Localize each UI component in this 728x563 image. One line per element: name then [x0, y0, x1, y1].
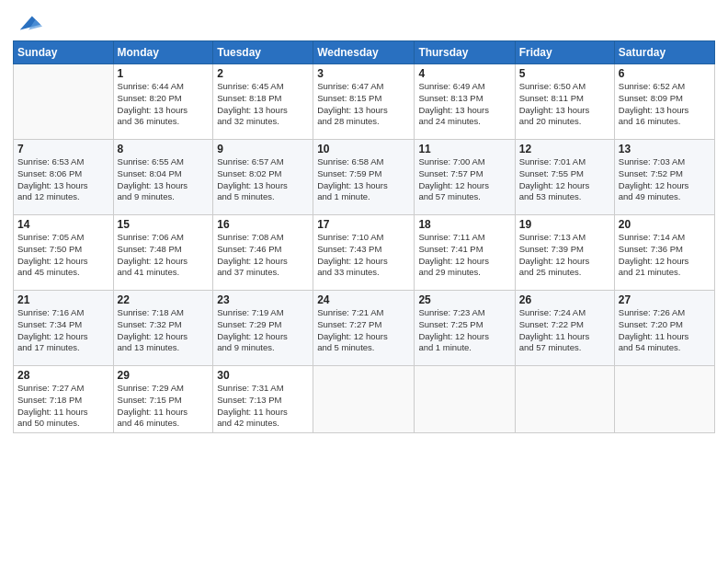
calendar-cell: 2Sunrise: 6:45 AM Sunset: 8:18 PM Daylig…	[213, 64, 313, 140]
weekday-header-saturday: Saturday	[614, 41, 714, 64]
calendar-week-row: 28Sunrise: 7:27 AM Sunset: 7:18 PM Dayli…	[14, 366, 715, 433]
day-info: Sunrise: 7:11 AM Sunset: 7:41 PM Dayligh…	[418, 232, 510, 279]
calendar-cell: 18Sunrise: 7:11 AM Sunset: 7:41 PM Dayli…	[415, 215, 515, 291]
calendar-cell: 23Sunrise: 7:19 AM Sunset: 7:29 PM Dayli…	[213, 291, 313, 366]
calendar-week-row: 21Sunrise: 7:16 AM Sunset: 7:34 PM Dayli…	[14, 291, 715, 366]
day-info: Sunrise: 7:08 AM Sunset: 7:46 PM Dayligh…	[217, 232, 309, 279]
logo-icon	[17, 9, 42, 35]
day-number: 28	[17, 369, 109, 382]
day-info: Sunrise: 7:06 AM Sunset: 7:48 PM Dayligh…	[118, 232, 210, 279]
calendar-cell: 21Sunrise: 7:16 AM Sunset: 7:34 PM Dayli…	[14, 291, 114, 366]
day-info: Sunrise: 7:24 AM Sunset: 7:22 PM Dayligh…	[519, 307, 610, 354]
day-number: 19	[519, 218, 610, 231]
calendar-cell: 3Sunrise: 6:47 AM Sunset: 8:15 PM Daylig…	[313, 64, 415, 140]
calendar-cell: 7Sunrise: 6:53 AM Sunset: 8:06 PM Daylig…	[14, 140, 114, 215]
day-info: Sunrise: 6:58 AM Sunset: 7:59 PM Dayligh…	[317, 156, 410, 203]
day-info: Sunrise: 7:23 AM Sunset: 7:25 PM Dayligh…	[418, 307, 510, 354]
weekday-header-tuesday: Tuesday	[213, 41, 313, 64]
day-info: Sunrise: 7:26 AM Sunset: 7:20 PM Dayligh…	[619, 307, 711, 354]
day-info: Sunrise: 7:13 AM Sunset: 7:39 PM Dayligh…	[519, 232, 610, 279]
day-info: Sunrise: 7:00 AM Sunset: 7:57 PM Dayligh…	[418, 156, 510, 203]
day-number: 15	[118, 218, 210, 231]
calendar-cell: 13Sunrise: 7:03 AM Sunset: 7:52 PM Dayli…	[614, 140, 714, 215]
day-info: Sunrise: 6:45 AM Sunset: 8:18 PM Dayligh…	[217, 81, 309, 128]
day-info: Sunrise: 7:27 AM Sunset: 7:18 PM Dayligh…	[17, 383, 109, 430]
day-number: 7	[17, 143, 109, 155]
day-number: 23	[217, 293, 309, 306]
day-number: 13	[619, 143, 711, 155]
calendar-week-row: 7Sunrise: 6:53 AM Sunset: 8:06 PM Daylig…	[14, 140, 715, 215]
day-info: Sunrise: 7:29 AM Sunset: 7:15 PM Dayligh…	[118, 383, 210, 430]
calendar-cell: 12Sunrise: 7:01 AM Sunset: 7:55 PM Dayli…	[515, 140, 614, 215]
day-number: 16	[217, 218, 309, 231]
calendar-cell: 24Sunrise: 7:21 AM Sunset: 7:27 PM Dayli…	[313, 291, 415, 366]
day-info: Sunrise: 6:44 AM Sunset: 8:20 PM Dayligh…	[118, 81, 210, 128]
day-number: 11	[418, 143, 510, 155]
calendar-cell: 17Sunrise: 7:10 AM Sunset: 7:43 PM Dayli…	[313, 215, 415, 291]
day-info: Sunrise: 7:31 AM Sunset: 7:13 PM Dayligh…	[217, 383, 309, 430]
day-number: 17	[317, 218, 410, 231]
day-number: 6	[619, 67, 711, 80]
calendar-cell: 16Sunrise: 7:08 AM Sunset: 7:46 PM Dayli…	[213, 215, 313, 291]
calendar-cell: 19Sunrise: 7:13 AM Sunset: 7:39 PM Dayli…	[515, 215, 614, 291]
day-number: 2	[217, 67, 309, 80]
calendar-week-row: 1Sunrise: 6:44 AM Sunset: 8:20 PM Daylig…	[14, 64, 715, 140]
calendar-cell: 22Sunrise: 7:18 AM Sunset: 7:32 PM Dayli…	[113, 291, 213, 366]
day-info: Sunrise: 7:14 AM Sunset: 7:36 PM Dayligh…	[619, 232, 711, 279]
weekday-header-sunday: Sunday	[14, 41, 114, 64]
calendar-cell: 5Sunrise: 6:50 AM Sunset: 8:11 PM Daylig…	[515, 64, 614, 140]
day-number: 26	[519, 293, 610, 306]
day-info: Sunrise: 6:49 AM Sunset: 8:13 PM Dayligh…	[418, 81, 510, 128]
calendar-cell: 11Sunrise: 7:00 AM Sunset: 7:57 PM Dayli…	[415, 140, 515, 215]
day-info: Sunrise: 7:05 AM Sunset: 7:50 PM Dayligh…	[17, 232, 109, 279]
calendar-cell	[515, 366, 614, 433]
calendar-cell: 27Sunrise: 7:26 AM Sunset: 7:20 PM Dayli…	[614, 291, 714, 366]
weekday-header-friday: Friday	[515, 41, 614, 64]
day-number: 3	[317, 67, 410, 80]
day-info: Sunrise: 7:16 AM Sunset: 7:34 PM Dayligh…	[17, 307, 109, 354]
weekday-header-monday: Monday	[113, 41, 213, 64]
day-number: 9	[217, 143, 309, 155]
day-number: 24	[317, 293, 410, 306]
calendar-cell: 14Sunrise: 7:05 AM Sunset: 7:50 PM Dayli…	[14, 215, 114, 291]
calendar-cell: 30Sunrise: 7:31 AM Sunset: 7:13 PM Dayli…	[213, 366, 313, 433]
weekday-header-row: SundayMondayTuesdayWednesdayThursdayFrid…	[14, 41, 715, 64]
day-number: 21	[17, 293, 109, 306]
day-number: 14	[17, 218, 109, 231]
day-number: 29	[118, 369, 210, 382]
day-info: Sunrise: 6:47 AM Sunset: 8:15 PM Dayligh…	[317, 81, 410, 128]
weekday-header-wednesday: Wednesday	[313, 41, 415, 64]
calendar-cell: 29Sunrise: 7:29 AM Sunset: 7:15 PM Dayli…	[113, 366, 213, 433]
day-info: Sunrise: 7:19 AM Sunset: 7:29 PM Dayligh…	[217, 307, 309, 354]
day-number: 20	[619, 218, 711, 231]
calendar-cell: 28Sunrise: 7:27 AM Sunset: 7:18 PM Dayli…	[14, 366, 114, 433]
day-info: Sunrise: 6:50 AM Sunset: 8:11 PM Dayligh…	[519, 81, 610, 128]
calendar-cell: 8Sunrise: 6:55 AM Sunset: 8:04 PM Daylig…	[113, 140, 213, 215]
day-info: Sunrise: 7:10 AM Sunset: 7:43 PM Dayligh…	[317, 232, 410, 279]
day-number: 30	[217, 369, 309, 382]
logo	[13, 9, 42, 35]
day-info: Sunrise: 7:18 AM Sunset: 7:32 PM Dayligh…	[118, 307, 210, 354]
day-number: 18	[418, 218, 510, 231]
day-info: Sunrise: 6:53 AM Sunset: 8:06 PM Dayligh…	[17, 156, 109, 203]
calendar-week-row: 14Sunrise: 7:05 AM Sunset: 7:50 PM Dayli…	[14, 215, 715, 291]
day-info: Sunrise: 6:55 AM Sunset: 8:04 PM Dayligh…	[118, 156, 210, 203]
day-info: Sunrise: 7:03 AM Sunset: 7:52 PM Dayligh…	[619, 156, 711, 203]
day-info: Sunrise: 6:52 AM Sunset: 8:09 PM Dayligh…	[619, 81, 711, 128]
calendar-cell	[614, 366, 714, 433]
calendar-table: SundayMondayTuesdayWednesdayThursdayFrid…	[13, 40, 715, 433]
day-number: 12	[519, 143, 610, 155]
calendar-cell: 6Sunrise: 6:52 AM Sunset: 8:09 PM Daylig…	[614, 64, 714, 140]
day-number: 4	[418, 67, 510, 80]
day-info: Sunrise: 7:01 AM Sunset: 7:55 PM Dayligh…	[519, 156, 610, 203]
weekday-header-thursday: Thursday	[415, 41, 515, 64]
calendar-cell: 26Sunrise: 7:24 AM Sunset: 7:22 PM Dayli…	[515, 291, 614, 366]
day-number: 25	[418, 293, 510, 306]
calendar-cell	[14, 64, 114, 140]
calendar-cell	[313, 366, 415, 433]
calendar-cell	[415, 366, 515, 433]
day-number: 5	[519, 67, 610, 80]
day-info: Sunrise: 7:21 AM Sunset: 7:27 PM Dayligh…	[317, 307, 410, 354]
calendar-cell: 10Sunrise: 6:58 AM Sunset: 7:59 PM Dayli…	[313, 140, 415, 215]
calendar-cell: 20Sunrise: 7:14 AM Sunset: 7:36 PM Dayli…	[614, 215, 714, 291]
